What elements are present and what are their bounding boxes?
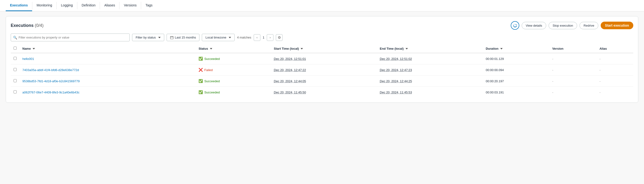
row-name-cell: 7403a05a-abbf-41f4-bfd6-d28e638e772d <box>20 64 196 76</box>
tab-tags[interactable]: Tags <box>141 0 157 11</box>
row-duration-cell: 00:00:00.094 <box>483 64 549 76</box>
pagination-next-button[interactable]: › <box>267 34 274 41</box>
view-details-button[interactable]: View details <box>522 22 546 29</box>
th-start-time-sort-icon <box>300 48 303 49</box>
th-status: Status <box>196 44 271 53</box>
table-row: 9538bd53-7fd1-4d18-af0e-b2c841569779 ✅Su… <box>11 76 633 87</box>
executions-table: Name Status Start Time (local) End Time … <box>11 44 633 98</box>
tab-executions[interactable]: Executions <box>6 0 32 11</box>
row-checkbox-2[interactable] <box>14 79 17 82</box>
pagination-current: 1 <box>261 36 266 39</box>
th-start-time: Start Time (local) <box>271 44 377 53</box>
succeeded-icon: ✅ <box>198 79 203 83</box>
panel-title: Executions (0/4) <box>11 23 44 28</box>
th-version: Version <box>549 44 596 53</box>
start-execution-button[interactable]: Start execution <box>601 22 633 29</box>
search-icon: 🔍 <box>13 36 17 39</box>
tab-logging[interactable]: Logging <box>57 0 77 11</box>
execution-link-1[interactable]: 7403a05a-abbf-41f4-bfd6-d28e638e772d <box>22 68 79 72</box>
execution-link-3[interactable]: a062f767-06e7-4409-8fe3-9c1a40e6b43c <box>22 91 80 94</box>
row-status-cell: ✅Succeeded <box>196 76 271 87</box>
tab-definition[interactable]: Definition <box>77 0 100 11</box>
filter-by-status-button[interactable]: Filter by status <box>132 34 164 41</box>
matches-info: 4 matches <box>237 36 251 39</box>
filter-status-chevron-icon <box>158 37 161 38</box>
th-name-sort-icon <box>32 48 35 49</box>
row-checkbox-0[interactable] <box>14 57 17 60</box>
row-end-time-cell: Dec 20, 2024, 12:44:25 <box>377 76 483 87</box>
row-version-cell: - <box>549 76 596 87</box>
row-checkbox-3[interactable] <box>14 90 17 93</box>
row-duration-cell: 00:00:01.129 <box>483 53 549 64</box>
th-alias: Alias <box>597 44 633 53</box>
th-checkbox <box>11 44 20 53</box>
time-range-label: Last 15 months <box>175 36 196 39</box>
th-duration: Duration <box>483 44 549 53</box>
stop-execution-button[interactable]: Stop execution <box>548 22 577 29</box>
row-start-time-cell: Dec 20, 2024, 12:47:22 <box>271 64 377 76</box>
row-duration-cell: 00:00:03.191 <box>483 87 549 98</box>
row-checkbox-cell <box>11 76 20 87</box>
row-checkbox-1[interactable] <box>14 68 17 71</box>
select-all-checkbox[interactable] <box>14 47 17 50</box>
timezone-label: Local timezone <box>206 36 226 39</box>
row-end-time-cell: Dec 20, 2024, 12:47:23 <box>377 64 483 76</box>
refresh-button[interactable] <box>511 21 519 30</box>
refresh-icon <box>513 23 517 27</box>
row-name-cell: 9538bd53-7fd1-4d18-af0e-b2c841569779 <box>20 76 196 87</box>
failed-icon: ❌ <box>198 68 203 72</box>
search-input[interactable] <box>11 33 130 41</box>
pagination-prev-button[interactable]: ‹ <box>254 34 260 41</box>
panel-header: Executions (0/4) View details Stop execu… <box>11 21 633 30</box>
row-version-cell: - <box>549 64 596 76</box>
row-end-time-cell: Dec 20, 2024, 12:51:02 <box>377 53 483 64</box>
th-duration-sort-icon <box>500 48 503 49</box>
tab-versions[interactable]: Versions <box>120 0 141 11</box>
row-alias-cell: - <box>597 53 633 64</box>
row-alias-cell: - <box>597 64 633 76</box>
redrive-button[interactable]: Redrive <box>580 22 598 29</box>
row-alias-cell: - <box>597 87 633 98</box>
search-wrapper: 🔍 <box>11 33 130 41</box>
main-content: Executions (0/4) View details Stop execu… <box>0 11 644 107</box>
row-name-cell: a062f767-06e7-4409-8fe3-9c1a40e6b43c <box>20 87 196 98</box>
executions-panel: Executions (0/4) View details Stop execu… <box>6 16 638 103</box>
row-duration-cell: 00:00:20.197 <box>483 76 549 87</box>
row-start-time-cell: Dec 20, 2024, 12:51:01 <box>271 53 377 64</box>
row-checkbox-cell <box>11 87 20 98</box>
row-start-time-cell: Dec 20, 2024, 11:45:50 <box>271 87 377 98</box>
execution-link-2[interactable]: 9538bd53-7fd1-4d18-af0e-b2c841569779 <box>22 79 80 83</box>
filter-row: 🔍 Filter by status Last 15 months Local … <box>11 33 633 41</box>
timezone-chevron-icon <box>229 37 231 38</box>
row-start-time-cell: Dec 20, 2024, 12:44:05 <box>271 76 377 87</box>
table-settings-button[interactable]: ⚙ <box>276 34 282 41</box>
timezone-button[interactable]: Local timezone <box>202 34 234 41</box>
top-navigation: Executions Monitoring Logging Definition… <box>0 0 644 11</box>
th-end-time-sort-icon <box>406 48 408 49</box>
th-name: Name <box>20 44 196 53</box>
table-row: a062f767-06e7-4409-8fe3-9c1a40e6b43c ✅Su… <box>11 87 633 98</box>
svg-rect-0 <box>170 36 173 39</box>
th-end-time: End Time (local) <box>377 44 483 53</box>
filter-status-label: Filter by status <box>136 36 156 39</box>
row-end-time-cell: Dec 20, 2024, 11:45:53 <box>377 87 483 98</box>
header-actions: View details Stop execution Redrive Star… <box>511 21 633 30</box>
tab-aliases[interactable]: Aliases <box>100 0 119 11</box>
tab-monitoring[interactable]: Monitoring <box>32 0 56 11</box>
table-row: 7403a05a-abbf-41f4-bfd6-d28e638e772d ❌Fa… <box>11 64 633 76</box>
succeeded-icon: ✅ <box>198 90 203 94</box>
row-name-cell: hello001 <box>20 53 196 64</box>
row-version-cell: - <box>549 53 596 64</box>
row-checkbox-cell <box>11 53 20 64</box>
row-status-cell: ✅Succeeded <box>196 87 271 98</box>
row-status-cell: ❌Failed <box>196 64 271 76</box>
row-version-cell: - <box>549 87 596 98</box>
time-range-button[interactable]: Last 15 months <box>166 34 200 41</box>
row-status-cell: ✅Succeeded <box>196 53 271 64</box>
calendar-icon <box>170 36 174 39</box>
table-row: hello001 ✅Succeeded Dec 20, 2024, 12:51:… <box>11 53 633 64</box>
row-checkbox-cell <box>11 64 20 76</box>
succeeded-icon: ✅ <box>198 57 203 61</box>
panel-title-text: Executions (0/4) <box>11 23 44 28</box>
execution-link-0[interactable]: hello001 <box>22 57 34 61</box>
